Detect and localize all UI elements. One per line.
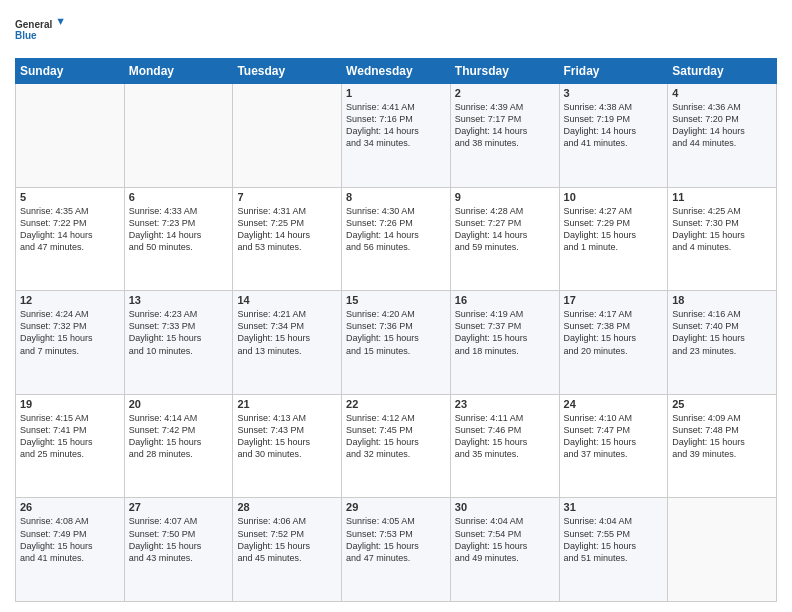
table-cell: 10Sunrise: 4:27 AM Sunset: 7:29 PM Dayli… [559,187,668,291]
day-number: 26 [20,501,120,513]
table-cell: 2Sunrise: 4:39 AM Sunset: 7:17 PM Daylig… [450,84,559,188]
day-number: 18 [672,294,772,306]
table-cell: 15Sunrise: 4:20 AM Sunset: 7:36 PM Dayli… [342,291,451,395]
day-number: 27 [129,501,229,513]
day-number: 13 [129,294,229,306]
day-info: Sunrise: 4:04 AM Sunset: 7:54 PM Dayligh… [455,515,555,564]
day-info: Sunrise: 4:39 AM Sunset: 7:17 PM Dayligh… [455,101,555,150]
day-info: Sunrise: 4:08 AM Sunset: 7:49 PM Dayligh… [20,515,120,564]
week-row-4: 19Sunrise: 4:15 AM Sunset: 7:41 PM Dayli… [16,394,777,498]
day-number: 20 [129,398,229,410]
day-number: 28 [237,501,337,513]
day-number: 3 [564,87,664,99]
week-row-3: 12Sunrise: 4:24 AM Sunset: 7:32 PM Dayli… [16,291,777,395]
day-info: Sunrise: 4:14 AM Sunset: 7:42 PM Dayligh… [129,412,229,461]
day-number: 7 [237,191,337,203]
day-info: Sunrise: 4:19 AM Sunset: 7:37 PM Dayligh… [455,308,555,357]
header-tuesday: Tuesday [233,59,342,84]
day-info: Sunrise: 4:06 AM Sunset: 7:52 PM Dayligh… [237,515,337,564]
table-cell: 19Sunrise: 4:15 AM Sunset: 7:41 PM Dayli… [16,394,125,498]
svg-marker-2 [58,19,64,25]
day-info: Sunrise: 4:27 AM Sunset: 7:29 PM Dayligh… [564,205,664,254]
day-info: Sunrise: 4:33 AM Sunset: 7:23 PM Dayligh… [129,205,229,254]
day-number: 19 [20,398,120,410]
table-cell: 4Sunrise: 4:36 AM Sunset: 7:20 PM Daylig… [668,84,777,188]
table-cell: 11Sunrise: 4:25 AM Sunset: 7:30 PM Dayli… [668,187,777,291]
header-saturday: Saturday [668,59,777,84]
day-number: 4 [672,87,772,99]
day-info: Sunrise: 4:24 AM Sunset: 7:32 PM Dayligh… [20,308,120,357]
table-cell [233,84,342,188]
day-info: Sunrise: 4:20 AM Sunset: 7:36 PM Dayligh… [346,308,446,357]
table-cell: 27Sunrise: 4:07 AM Sunset: 7:50 PM Dayli… [124,498,233,602]
day-info: Sunrise: 4:05 AM Sunset: 7:53 PM Dayligh… [346,515,446,564]
table-cell: 18Sunrise: 4:16 AM Sunset: 7:40 PM Dayli… [668,291,777,395]
day-info: Sunrise: 4:38 AM Sunset: 7:19 PM Dayligh… [564,101,664,150]
day-info: Sunrise: 4:13 AM Sunset: 7:43 PM Dayligh… [237,412,337,461]
header-friday: Friday [559,59,668,84]
table-cell: 6Sunrise: 4:33 AM Sunset: 7:23 PM Daylig… [124,187,233,291]
day-info: Sunrise: 4:12 AM Sunset: 7:45 PM Dayligh… [346,412,446,461]
table-cell: 26Sunrise: 4:08 AM Sunset: 7:49 PM Dayli… [16,498,125,602]
day-number: 22 [346,398,446,410]
day-number: 5 [20,191,120,203]
table-cell: 28Sunrise: 4:06 AM Sunset: 7:52 PM Dayli… [233,498,342,602]
table-cell: 13Sunrise: 4:23 AM Sunset: 7:33 PM Dayli… [124,291,233,395]
table-cell: 24Sunrise: 4:10 AM Sunset: 7:47 PM Dayli… [559,394,668,498]
day-number: 17 [564,294,664,306]
day-info: Sunrise: 4:11 AM Sunset: 7:46 PM Dayligh… [455,412,555,461]
day-number: 31 [564,501,664,513]
table-cell: 7Sunrise: 4:31 AM Sunset: 7:25 PM Daylig… [233,187,342,291]
day-info: Sunrise: 4:17 AM Sunset: 7:38 PM Dayligh… [564,308,664,357]
day-number: 29 [346,501,446,513]
table-cell: 5Sunrise: 4:35 AM Sunset: 7:22 PM Daylig… [16,187,125,291]
day-number: 8 [346,191,446,203]
day-info: Sunrise: 4:41 AM Sunset: 7:16 PM Dayligh… [346,101,446,150]
table-cell: 9Sunrise: 4:28 AM Sunset: 7:27 PM Daylig… [450,187,559,291]
week-row-1: 1Sunrise: 4:41 AM Sunset: 7:16 PM Daylig… [16,84,777,188]
day-number: 14 [237,294,337,306]
day-info: Sunrise: 4:36 AM Sunset: 7:20 PM Dayligh… [672,101,772,150]
logo: General Blue [15,10,65,50]
day-info: Sunrise: 4:07 AM Sunset: 7:50 PM Dayligh… [129,515,229,564]
day-number: 2 [455,87,555,99]
day-number: 23 [455,398,555,410]
day-info: Sunrise: 4:25 AM Sunset: 7:30 PM Dayligh… [672,205,772,254]
day-info: Sunrise: 4:10 AM Sunset: 7:47 PM Dayligh… [564,412,664,461]
day-number: 9 [455,191,555,203]
day-number: 10 [564,191,664,203]
day-number: 30 [455,501,555,513]
day-info: Sunrise: 4:28 AM Sunset: 7:27 PM Dayligh… [455,205,555,254]
day-number: 16 [455,294,555,306]
day-info: Sunrise: 4:15 AM Sunset: 7:41 PM Dayligh… [20,412,120,461]
week-row-5: 26Sunrise: 4:08 AM Sunset: 7:49 PM Dayli… [16,498,777,602]
table-cell: 25Sunrise: 4:09 AM Sunset: 7:48 PM Dayli… [668,394,777,498]
table-cell: 1Sunrise: 4:41 AM Sunset: 7:16 PM Daylig… [342,84,451,188]
table-cell: 20Sunrise: 4:14 AM Sunset: 7:42 PM Dayli… [124,394,233,498]
table-cell: 12Sunrise: 4:24 AM Sunset: 7:32 PM Dayli… [16,291,125,395]
day-info: Sunrise: 4:23 AM Sunset: 7:33 PM Dayligh… [129,308,229,357]
day-number: 15 [346,294,446,306]
table-cell: 16Sunrise: 4:19 AM Sunset: 7:37 PM Dayli… [450,291,559,395]
logo-svg: General Blue [15,10,65,50]
day-info: Sunrise: 4:21 AM Sunset: 7:34 PM Dayligh… [237,308,337,357]
table-cell: 21Sunrise: 4:13 AM Sunset: 7:43 PM Dayli… [233,394,342,498]
table-cell: 23Sunrise: 4:11 AM Sunset: 7:46 PM Dayli… [450,394,559,498]
day-number: 1 [346,87,446,99]
week-row-2: 5Sunrise: 4:35 AM Sunset: 7:22 PM Daylig… [16,187,777,291]
day-info: Sunrise: 4:16 AM Sunset: 7:40 PM Dayligh… [672,308,772,357]
day-info: Sunrise: 4:35 AM Sunset: 7:22 PM Dayligh… [20,205,120,254]
day-info: Sunrise: 4:30 AM Sunset: 7:26 PM Dayligh… [346,205,446,254]
svg-text:General: General [15,19,52,30]
day-number: 12 [20,294,120,306]
table-cell: 30Sunrise: 4:04 AM Sunset: 7:54 PM Dayli… [450,498,559,602]
day-info: Sunrise: 4:31 AM Sunset: 7:25 PM Dayligh… [237,205,337,254]
header-wednesday: Wednesday [342,59,451,84]
day-info: Sunrise: 4:09 AM Sunset: 7:48 PM Dayligh… [672,412,772,461]
day-number: 21 [237,398,337,410]
calendar-header-row: SundayMondayTuesdayWednesdayThursdayFrid… [16,59,777,84]
day-number: 6 [129,191,229,203]
header-monday: Monday [124,59,233,84]
calendar-body: 1Sunrise: 4:41 AM Sunset: 7:16 PM Daylig… [16,84,777,602]
svg-text:Blue: Blue [15,30,37,41]
